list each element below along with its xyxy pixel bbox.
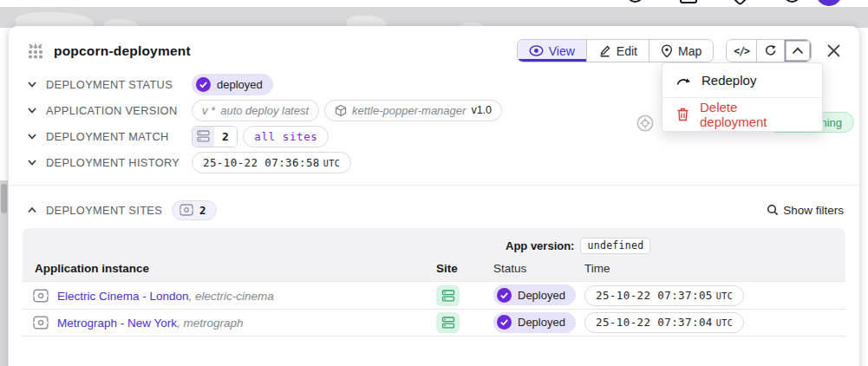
- section-divider: [9, 185, 859, 186]
- menu-item-redeploy[interactable]: Redeploy: [662, 63, 822, 97]
- delete-deployment-label: Delete deployment: [700, 100, 808, 129]
- app-version-label: App version:: [506, 239, 574, 252]
- status-pill-label: Deployed: [518, 289, 565, 302]
- instance-icon: [33, 289, 49, 303]
- time-pill: 25-10-22 07:37:04 UTC: [584, 312, 744, 333]
- view-button[interactable]: View: [518, 40, 586, 62]
- deployment-panel: popcorn-deployment View Edit: [9, 26, 859, 366]
- map-button-label: Map: [678, 44, 702, 58]
- context-menu: Redeploy Delete deployment: [662, 62, 823, 132]
- edit-button-label: Edit: [617, 44, 637, 58]
- col-time: Time: [584, 262, 845, 275]
- site-icon: [441, 290, 455, 302]
- status-badge-label: deployed: [217, 78, 263, 91]
- site-badge: [436, 312, 460, 333]
- check-circle-icon: [196, 77, 211, 92]
- sites-label: DEPLOYMENT SITES: [46, 204, 162, 217]
- time-pill: 25-10-22 07:37:05 UTC: [584, 285, 744, 306]
- chevron-up-icon[interactable]: [26, 204, 38, 216]
- check-circle-icon: [497, 288, 512, 303]
- instance-slug: , electric-cinema: [189, 290, 274, 303]
- instance-icon: [33, 316, 49, 330]
- chevron-down-icon[interactable]: [26, 156, 38, 168]
- bell-icon[interactable]: [680, 0, 697, 3]
- col-site: Site: [436, 262, 493, 275]
- deployment-icon: [26, 42, 45, 60]
- page-scrollbar-thumb[interactable]: [1, 184, 7, 213]
- panel-header: popcorn-deployment View Edit: [9, 26, 859, 64]
- version-prefix: v *: [202, 104, 215, 117]
- col-status: Status: [493, 262, 584, 275]
- version-label: APPLICATION VERSION: [46, 104, 192, 117]
- match-count: 2: [214, 127, 237, 147]
- status-label: DEPLOYMENT STATUS: [46, 78, 192, 91]
- check-circle-icon: [497, 315, 512, 330]
- instance-link[interactable]: Electric Cinema - London: [57, 290, 189, 303]
- sites-count: 2: [199, 204, 206, 217]
- chevron-down-icon[interactable]: [26, 78, 38, 90]
- help-icon[interactable]: [627, 0, 643, 3]
- sites-icon: [197, 130, 210, 142]
- version-channel-pill: v * auto deploy latest: [192, 100, 319, 121]
- match-label: DEPLOYMENT MATCH: [46, 130, 192, 143]
- history-timestamp: 25-10-22 07:36:58: [203, 153, 320, 173]
- health-icon[interactable]: [728, 0, 752, 6]
- version-channel: auto deploy latest: [220, 104, 309, 117]
- app-version-value: undefined: [580, 238, 650, 254]
- time-tz: UTC: [716, 314, 734, 333]
- refresh-button[interactable]: [756, 40, 784, 62]
- chevron-down-icon[interactable]: [26, 104, 38, 116]
- history-label: DEPLOYMENT HISTORY: [46, 156, 192, 169]
- status-badge: deployed: [192, 74, 273, 95]
- table-row[interactable]: Metrograph - New York, metrograph: [23, 309, 845, 337]
- instance-slug: , metrograph: [177, 317, 244, 330]
- site-icon: [441, 317, 455, 329]
- show-filters-button[interactable]: Show filters: [767, 204, 844, 217]
- app-package-pill: kettle-popper-manager v1.0: [324, 100, 502, 121]
- time-tz: UTC: [716, 287, 734, 306]
- clock-icon[interactable]: [784, 0, 800, 3]
- browser-topbar: [0, 0, 868, 7]
- page-scrollbar-track[interactable]: [0, 180, 8, 366]
- more-actions-button[interactable]: [784, 40, 811, 62]
- view-mode-switch: View Edit Map: [517, 39, 714, 62]
- sites-table: App version: undefined Application insta…: [23, 228, 845, 337]
- column-headers: Application instance Site Status Time: [23, 256, 845, 281]
- search-icon: [767, 204, 779, 216]
- redeploy-icon: [676, 75, 691, 86]
- history-timestamp-pill: 25-10-22 07:36:58 UTC: [192, 152, 351, 173]
- eye-icon: [529, 45, 544, 56]
- chevron-down-icon[interactable]: [26, 130, 38, 142]
- table-row[interactable]: Electric Cinema - London, electric-cinem…: [23, 281, 845, 309]
- map-pin-icon: [661, 44, 673, 58]
- menu-item-delete-deployment[interactable]: Delete deployment: [662, 97, 822, 131]
- col-application-instance: Application instance: [23, 262, 436, 275]
- view-button-label: View: [549, 44, 575, 58]
- status-pill: Deployed: [493, 284, 576, 305]
- app-version-line: App version: undefined: [23, 235, 845, 256]
- history-tz: UTC: [323, 154, 341, 173]
- map-button[interactable]: Map: [649, 40, 713, 62]
- edit-button[interactable]: Edit: [586, 40, 649, 62]
- time-value: 25-10-22 07:37:05: [596, 286, 713, 305]
- edit-icon: [598, 44, 611, 57]
- chevron-up-icon: [792, 47, 804, 55]
- panel-actions: </>: [726, 39, 812, 62]
- redeploy-label: Redeploy: [702, 73, 756, 88]
- code-view-button[interactable]: </>: [727, 40, 756, 62]
- app-status-icon: [636, 114, 654, 132]
- refresh-icon: [764, 44, 777, 57]
- toolbar: View Edit Map: [517, 39, 844, 62]
- trash-icon: [676, 108, 689, 121]
- map-background: [0, 7, 868, 28]
- sites-section-header: DEPLOYMENT SITES 2 Show filters: [9, 197, 859, 223]
- status-pill: Deployed: [493, 312, 576, 333]
- show-filters-label: Show filters: [783, 204, 844, 217]
- avatar[interactable]: [816, 0, 842, 6]
- time-value: 25-10-22 07:37:04: [596, 313, 713, 332]
- app-name: kettle-popper-manager: [352, 104, 466, 117]
- instance-link[interactable]: Metrograph - New York: [57, 317, 177, 330]
- close-button[interactable]: [824, 41, 844, 61]
- match-count-box: 2: [192, 126, 238, 147]
- meta-row-history: DEPLOYMENT HISTORY 25-10-22 07:36:58 UTC: [9, 149, 859, 175]
